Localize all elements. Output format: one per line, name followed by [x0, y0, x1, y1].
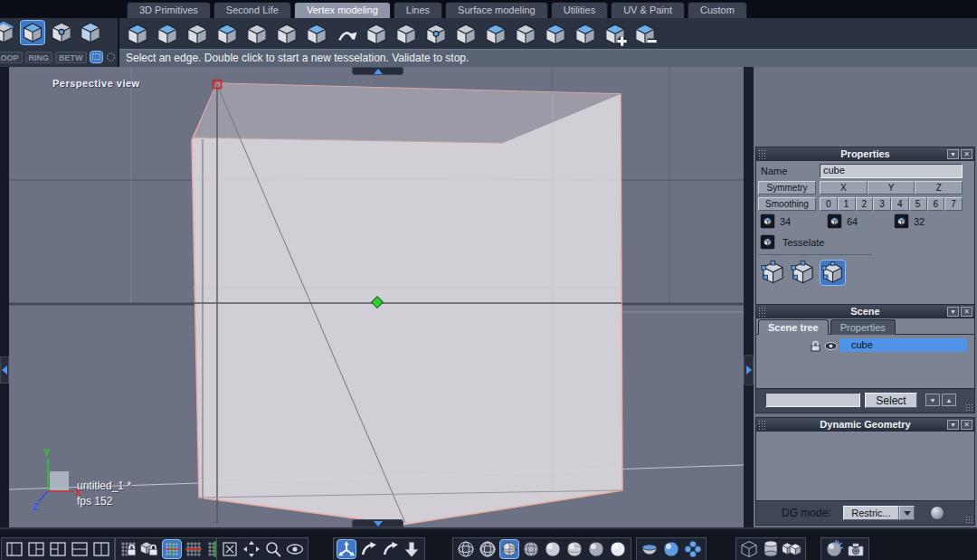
panel-close-icon[interactable]: ✕: [961, 149, 972, 159]
tab-lines[interactable]: Lines: [394, 2, 442, 18]
fit-view-icon[interactable]: [220, 539, 240, 559]
tool-split-sheet-icon[interactable]: [573, 22, 598, 47]
drag-handle-icon[interactable]: [758, 149, 766, 159]
symmetry-x-button[interactable]: X: [820, 181, 868, 195]
look-at-icon[interactable]: [285, 539, 305, 559]
smoothing-level-0[interactable]: 0: [820, 197, 838, 211]
symmetry-y-button[interactable]: Y: [868, 181, 915, 195]
smoothing-button[interactable]: Smoothing: [758, 197, 816, 211]
tool-stitch-plates-icon[interactable]: [394, 22, 419, 47]
tool-inset-face-icon[interactable]: [214, 22, 240, 47]
dg-mode-dropdown[interactable]: Restric...: [843, 506, 915, 520]
tesselate-mode-1-icon[interactable]: [760, 260, 786, 286]
loop-select-button[interactable]: LOOP: [0, 52, 23, 63]
zoom-view-icon[interactable]: [263, 539, 283, 559]
panel-splitter[interactable]: [744, 67, 754, 527]
tool-round-cube-icon[interactable]: [185, 22, 210, 47]
shade-bright-icon[interactable]: [608, 539, 628, 559]
layout-split-horizontal-icon[interactable]: [70, 539, 90, 559]
tool-cut-corner-icon[interactable]: [274, 22, 299, 47]
circle-select-toggle-icon[interactable]: [104, 51, 118, 63]
symmetry-button[interactable]: Symmetry: [758, 181, 816, 195]
drag-handle-icon[interactable]: [758, 307, 766, 317]
tesselate-mode-3-icon[interactable]: [820, 260, 846, 286]
shade-solid-wire-icon[interactable]: [499, 539, 519, 559]
smoothing-level-5[interactable]: 5: [909, 197, 927, 211]
material-blue-icon[interactable]: [661, 539, 681, 559]
viewport-split-handle-top[interactable]: [352, 67, 403, 75]
tool-scale-plane-icon[interactable]: [513, 22, 538, 47]
tab-scene-properties[interactable]: Properties: [830, 319, 896, 335]
manipulator-move-icon[interactable]: [337, 539, 356, 559]
tool-weld-vertices-icon[interactable]: [423, 22, 449, 47]
dg-preview-sphere-button[interactable]: [930, 506, 944, 520]
viewport-split-handle-left[interactable]: [0, 356, 9, 384]
tool-crease-edge-icon[interactable]: [304, 22, 329, 47]
chevron-down-icon[interactable]: [899, 506, 915, 520]
cube-object[interactable]: [192, 83, 622, 525]
tab-custom[interactable]: Custom: [688, 2, 747, 18]
render-light-icon[interactable]: [824, 539, 844, 559]
layout-split-vertical-icon[interactable]: [91, 539, 111, 559]
marquee-select-toggle-icon[interactable]: [90, 51, 103, 63]
shade-smooth-wire-icon[interactable]: [564, 539, 584, 559]
scene-filter-input[interactable]: [765, 393, 860, 407]
smoothing-level-3[interactable]: 3: [873, 197, 891, 211]
tool-slide-edge-icon[interactable]: [244, 22, 270, 47]
tool-mirror-icon[interactable]: [334, 22, 359, 47]
vertex-select-mode-icon[interactable]: [49, 20, 74, 45]
pan-view-icon[interactable]: [242, 539, 261, 559]
shade-wire-dense-icon[interactable]: [478, 539, 498, 559]
smoothing-level-2[interactable]: 2: [856, 197, 874, 211]
manipulator-drop-icon[interactable]: [402, 539, 422, 559]
shade-solid-wire2-icon[interactable]: [521, 539, 541, 559]
tesselate-mode-2-icon[interactable]: [790, 260, 816, 286]
tab-utilities[interactable]: Utilities: [551, 2, 608, 18]
panel-collapse-icon[interactable]: ▼: [947, 307, 959, 317]
material-half-icon[interactable]: [640, 539, 659, 559]
select-button[interactable]: Select: [865, 393, 917, 408]
material-multi-icon[interactable]: [683, 539, 703, 559]
3d-viewport[interactable]: Perspective view Y X Z untitled_1 * fps …: [9, 67, 744, 527]
viewport-split-handle-right[interactable]: [744, 355, 754, 385]
scene-item-cube[interactable]: cube: [839, 338, 967, 352]
tesselation-start-handle[interactable]: [213, 81, 222, 89]
tab-scene-tree[interactable]: Scene tree: [758, 319, 829, 335]
dg-panel-titlebar[interactable]: Dynamic Geometry ▼ ✕: [756, 418, 974, 432]
resize-grip-icon[interactable]: [965, 516, 973, 524]
layout-single-icon[interactable]: [5, 539, 24, 559]
display-cylinder-icon[interactable]: [761, 539, 781, 559]
panel-close-icon[interactable]: ✕: [961, 307, 972, 317]
tab-vertex-modeling[interactable]: Vertex modeling: [294, 2, 391, 18]
tab-surface-modeling[interactable]: Surface modeling: [445, 2, 548, 18]
tab-uv-paint[interactable]: UV & Paint: [611, 2, 685, 18]
face-select-mode-icon[interactable]: [78, 20, 103, 45]
display-wire-cube-icon[interactable]: [739, 539, 759, 559]
object-snap-lock-icon[interactable]: [140, 539, 160, 559]
tool-wedge-icon[interactable]: [453, 22, 479, 47]
tesselate-add-icon[interactable]: [602, 22, 628, 47]
tool-bevel-icon[interactable]: [125, 22, 150, 47]
layout-split-left-icon[interactable]: [26, 539, 46, 559]
render-camera-icon[interactable]: [846, 539, 866, 559]
tool-inset-top-icon[interactable]: [483, 22, 508, 47]
move-up-icon[interactable]: ▲: [942, 394, 956, 406]
tool-shear-block-icon[interactable]: [543, 22, 568, 47]
panel-collapse-icon[interactable]: ▼: [947, 149, 959, 159]
between-select-button[interactable]: BETW: [55, 52, 87, 63]
visibility-eye-icon[interactable]: [824, 339, 838, 351]
grid-x-toggle-icon[interactable]: [184, 539, 204, 559]
layout-quad-icon[interactable]: [48, 539, 68, 559]
move-down-icon[interactable]: ▼: [925, 394, 940, 406]
tesselate-remove-icon[interactable]: [632, 22, 658, 47]
manipulator-rotate-icon[interactable]: [358, 539, 378, 559]
grid-xy-toggle-icon[interactable]: [162, 539, 182, 559]
panel-close-icon[interactable]: ✕: [961, 420, 972, 430]
edge-loop-mode-icon[interactable]: [20, 20, 45, 45]
smoothing-level-1[interactable]: 1: [838, 197, 856, 211]
manipulator-scale-icon[interactable]: [380, 539, 400, 559]
shade-wireframe-icon[interactable]: [456, 539, 476, 559]
ring-select-button[interactable]: RING: [25, 52, 53, 63]
tab-second-life[interactable]: Second Life: [213, 2, 291, 18]
panel-collapse-icon[interactable]: ▼: [947, 420, 959, 430]
